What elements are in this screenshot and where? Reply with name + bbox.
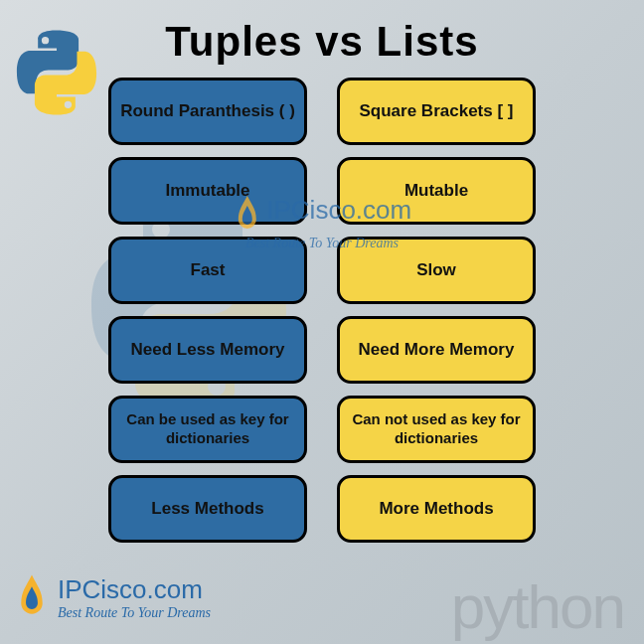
list-row-0: Square Brackets [ ] xyxy=(337,78,536,145)
tuple-row-3: Need Less Memory xyxy=(108,316,307,384)
tuple-row-1: Immutable xyxy=(108,157,307,225)
python-word: python xyxy=(451,571,624,642)
tuple-row-4: Can be used as key for dictionaries xyxy=(108,396,307,463)
logo-bottom: IPCisco.com Best Route To Your Dreams xyxy=(14,572,211,622)
bottom-brand: IPCisco.com xyxy=(58,574,211,605)
list-row-5: More Methods xyxy=(337,475,536,543)
comparison-grid: Round Paranthesis ( ) Square Brackets [ … xyxy=(0,78,644,543)
tuple-row-2: Fast xyxy=(108,237,307,304)
flame-icon-bottom xyxy=(14,572,50,622)
list-row-4: Can not used as key for dictionaries xyxy=(337,396,536,463)
list-row-1: Mutable xyxy=(337,157,536,225)
tuple-row-0: Round Paranthesis ( ) xyxy=(108,78,307,145)
bottom-tagline: Best Route To Your Dreams xyxy=(58,605,211,621)
list-row-3: Need More Memory xyxy=(337,316,536,384)
tuple-row-5: Less Methods xyxy=(108,475,307,543)
list-row-2: Slow xyxy=(337,237,536,304)
